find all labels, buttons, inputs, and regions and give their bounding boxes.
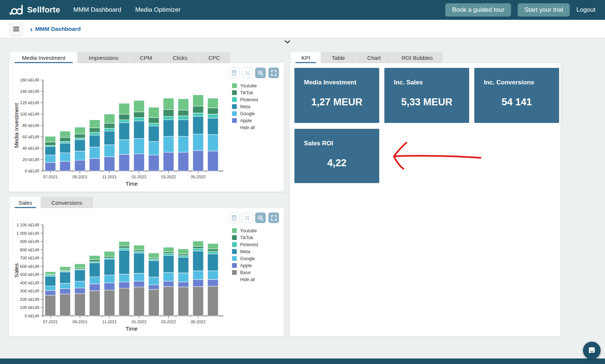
- logout-link[interactable]: Logout: [576, 6, 595, 14]
- bar-segment-google[interactable]: [104, 145, 115, 157]
- nav-media-optimizer[interactable]: Media Optimizer: [135, 6, 181, 14]
- bar-segment-google[interactable]: [134, 139, 144, 154]
- bar-segment-youtube[interactable]: [163, 98, 174, 110]
- bar-segment-google[interactable]: [75, 281, 85, 288]
- bar-segment-meta[interactable]: [89, 263, 100, 277]
- bar-segment-tiktok[interactable]: [60, 138, 70, 142]
- bar-segment-pinterest[interactable]: [104, 128, 115, 131]
- bar-segment-youtube[interactable]: [207, 98, 218, 108]
- bar-segment-google[interactable]: [60, 153, 70, 161]
- legend-item-google[interactable]: Google: [232, 110, 283, 117]
- bar-segment-pinterest[interactable]: [193, 248, 203, 251]
- bar-segment-google[interactable]: [134, 273, 144, 281]
- legend-item-pinterest[interactable]: Pinterest: [232, 96, 283, 103]
- bar-segment-google[interactable]: [45, 286, 56, 290]
- bar-segment-youtube[interactable]: [119, 241, 130, 246]
- bar-segment-apple[interactable]: [193, 150, 203, 171]
- bar-segment-tiktok[interactable]: [163, 252, 174, 254]
- bar-segment-apple[interactable]: [178, 152, 189, 171]
- zoom-in-icon[interactable]: [255, 212, 266, 223]
- legend-item-youtube[interactable]: Youtube: [232, 82, 283, 89]
- bar-segment-youtube[interactable]: [60, 131, 70, 138]
- bar-segment-youtube[interactable]: [178, 99, 189, 110]
- bar-segment-tiktok[interactable]: [148, 117, 159, 123]
- bar-segment-base[interactable]: [163, 287, 174, 316]
- book-tour-button[interactable]: Book a guided tour: [445, 3, 511, 17]
- bar-segment-tiktok[interactable]: [163, 110, 174, 117]
- bar-segment-apple[interactable]: [207, 280, 218, 286]
- legend-item-tiktok[interactable]: TikTok: [232, 234, 283, 241]
- bar-segment-google[interactable]: [178, 136, 189, 152]
- percent-icon[interactable]: [242, 212, 253, 223]
- bar-segment-apple[interactable]: [119, 154, 130, 171]
- bar-segment-apple[interactable]: [119, 282, 130, 288]
- bar-segment-youtube[interactable]: [89, 120, 100, 128]
- tab-table[interactable]: Table: [321, 52, 356, 63]
- fullscreen-icon[interactable]: [268, 212, 279, 223]
- bar-segment-meta[interactable]: [104, 131, 115, 145]
- bar-segment-base[interactable]: [60, 294, 70, 316]
- bar-segment-apple[interactable]: [207, 151, 218, 171]
- tab-sales[interactable]: Sales: [10, 197, 40, 208]
- bar-segment-apple[interactable]: [89, 159, 100, 171]
- bar-segment-base[interactable]: [148, 290, 159, 316]
- tab-cpc[interactable]: CPC: [198, 52, 230, 63]
- tab-chart[interactable]: Chart: [356, 52, 392, 63]
- breadcrumb[interactable]: › MMM Dashboard: [30, 25, 81, 33]
- bar-segment-meta[interactable]: [163, 255, 174, 272]
- bar-segment-youtube[interactable]: [193, 241, 203, 247]
- bar-segment-meta[interactable]: [119, 123, 130, 140]
- bar-segment-youtube[interactable]: [75, 264, 85, 268]
- bar-segment-pinterest[interactable]: [163, 254, 174, 256]
- bar-segment-tiktok[interactable]: [75, 134, 85, 138]
- bar-segment-tiktok[interactable]: [89, 128, 100, 132]
- bar-segment-apple[interactable]: [60, 161, 70, 171]
- bar-segment-meta[interactable]: [178, 120, 189, 136]
- bar-segment-base[interactable]: [89, 291, 100, 316]
- bar-segment-youtube[interactable]: [207, 244, 218, 249]
- bar-segment-meta[interactable]: [45, 146, 56, 155]
- bar-segment-meta[interactable]: [89, 135, 100, 147]
- bar-segment-youtube[interactable]: [45, 272, 56, 274]
- bar-segment-apple[interactable]: [148, 285, 159, 289]
- bar-segment-base[interactable]: [104, 290, 115, 316]
- bar-segment-pinterest[interactable]: [178, 116, 189, 120]
- bar-segment-youtube[interactable]: [134, 101, 144, 112]
- tab-cpm[interactable]: CPM: [130, 52, 162, 63]
- bar-segment-base[interactable]: [207, 286, 218, 316]
- bar-segment-base[interactable]: [75, 294, 85, 316]
- tab-media-investment[interactable]: Media Investment: [10, 52, 77, 63]
- bar-segment-tiktok[interactable]: [89, 260, 100, 262]
- bar-segment-youtube[interactable]: [104, 251, 115, 256]
- bar-segment-tiktok[interactable]: [104, 123, 115, 128]
- bar-segment-pinterest[interactable]: [163, 116, 174, 120]
- bar-segment-meta[interactable]: [178, 257, 189, 273]
- bar-segment-google[interactable]: [163, 273, 174, 281]
- bar-segment-google[interactable]: [193, 271, 203, 280]
- bar-segment-meta[interactable]: [163, 120, 174, 136]
- bar-segment-youtube[interactable]: [119, 103, 130, 114]
- bar-segment-youtube[interactable]: [134, 245, 144, 250]
- bar-segment-pinterest[interactable]: [193, 113, 203, 116]
- bar-segment-youtube[interactable]: [75, 127, 85, 134]
- bar-segment-pinterest[interactable]: [89, 132, 100, 135]
- bar-segment-pinterest[interactable]: [207, 114, 218, 118]
- tab-roi-bubbles[interactable]: ROI Bubbles: [392, 52, 442, 63]
- bar-segment-meta[interactable]: [60, 272, 70, 283]
- bar-segment-google[interactable]: [75, 151, 85, 160]
- bar-segment-base[interactable]: [45, 295, 56, 316]
- bar-segment-google[interactable]: [104, 275, 115, 283]
- bar-segment-apple[interactable]: [134, 154, 144, 171]
- legend-item-apple[interactable]: Apple: [232, 262, 283, 269]
- bar-segment-meta[interactable]: [75, 270, 85, 281]
- bar-segment-apple[interactable]: [75, 160, 85, 171]
- fullscreen-icon[interactable]: [268, 68, 279, 78]
- start-trial-button[interactable]: Start your trial: [518, 3, 570, 17]
- bar-segment-tiktok[interactable]: [207, 249, 218, 251]
- bar-segment-google[interactable]: [207, 271, 218, 280]
- bar-segment-tiktok[interactable]: [148, 258, 159, 259]
- bar-segment-youtube[interactable]: [89, 255, 100, 259]
- bar-segment-apple[interactable]: [148, 155, 159, 171]
- hide-all-link[interactable]: Hide all: [232, 276, 283, 283]
- bar-segment-tiktok[interactable]: [193, 106, 203, 113]
